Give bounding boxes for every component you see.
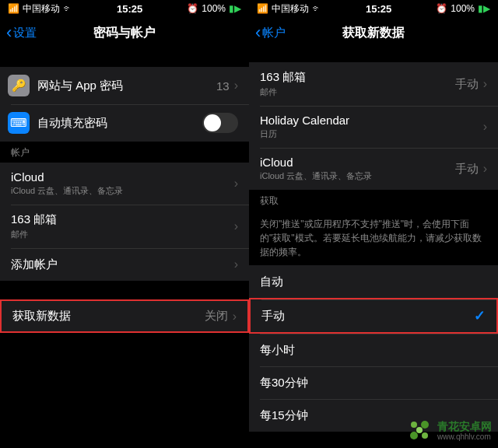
chevron-left-icon: ‹ (6, 24, 12, 41)
status-bar: 📶 中国移动 ᯤ 15:25 ⏰ 100% ▮▶ (249, 0, 498, 17)
cell-label: iCloud (260, 156, 455, 169)
chevron-right-icon: › (483, 162, 487, 176)
phone-right: 📶 中国移动 ᯤ 15:25 ⏰ 100% ▮▶ ‹ 帐户 获取新数据 163 … (249, 0, 498, 448)
fetch-option-hourly[interactable]: 每小时 (249, 334, 498, 366)
cell-label: 163 邮箱 (11, 212, 234, 227)
chevron-right-icon: › (234, 257, 238, 271)
back-label: 帐户 (262, 26, 286, 40)
chevron-right-icon: › (483, 120, 487, 134)
clock: 15:25 (117, 3, 142, 15)
add-account-row[interactable]: 添加帐户 › (0, 248, 249, 281)
carrier-label: 中国移动 (23, 2, 60, 16)
svg-point-2 (410, 432, 418, 439)
alarm-icon: ⏰ (436, 3, 447, 14)
chevron-right-icon: › (234, 219, 238, 233)
account-icloud-row[interactable]: iCloud iCloud 云盘、通讯录、备忘录 手动 › (249, 148, 498, 190)
account-163-row[interactable]: 163 邮箱 邮件 › (0, 205, 249, 248)
battery-percent: 100% (451, 3, 475, 14)
account-holiday-row[interactable]: Holiday Calendar 日历 › (249, 106, 498, 148)
chevron-right-icon: › (234, 79, 238, 93)
cell-label: 自动 (260, 275, 487, 289)
checkmark-icon: ✓ (474, 307, 486, 324)
nav-bar: ‹ 设置 密码与帐户 (0, 17, 249, 48)
cell-sublabel: iCloud 云盘、通讯录、备忘录 (11, 185, 234, 197)
cell-label: 手动 (261, 309, 474, 324)
cell-label: 每30分钟 (260, 376, 487, 390)
logo-icon (408, 418, 433, 443)
cell-sublabel: iCloud 云盘、通讯录、备忘录 (260, 170, 455, 182)
fetch-footer: 关闭"推送"或应用程序不支持"推送"时，会使用下面的"获取"模式。若要延长电池续… (249, 211, 498, 265)
cell-sublabel: 邮件 (260, 86, 455, 98)
cell-label: 每小时 (260, 343, 487, 358)
mode-value: 手动 (455, 162, 479, 177)
cell-label: 163 邮箱 (260, 70, 455, 85)
watermark: 青花安卓网 www.qhhlv.com (408, 418, 492, 443)
clock: 15:25 (366, 3, 391, 15)
phone-left: 📶 中国移动 ᯤ 15:25 ⏰ 100% ▮▶ ‹ 设置 密码与帐户 🔑 网站… (0, 0, 249, 448)
account-163-row[interactable]: 163 邮箱 邮件 手动 › (249, 62, 498, 106)
cell-label: 自动填充密码 (37, 116, 202, 131)
nav-bar: ‹ 帐户 获取新数据 (249, 17, 498, 48)
fetch-option-auto[interactable]: 自动 (249, 265, 498, 298)
autofill-passwords-row[interactable]: ⌨ 自动填充密码 (0, 104, 249, 142)
key-icon: 🔑 (8, 75, 30, 96)
fetch-option-manual[interactable]: 手动 ✓ (249, 298, 498, 334)
autofill-toggle[interactable] (202, 113, 238, 133)
back-button[interactable]: ‹ 帐户 (255, 24, 286, 41)
password-count: 13 (216, 79, 230, 93)
signal-icon: 📶 (8, 3, 19, 14)
svg-point-1 (421, 421, 429, 429)
page-title: 获取新数据 (342, 25, 405, 41)
mode-value: 手动 (455, 77, 479, 92)
page-title: 密码与帐户 (93, 25, 156, 41)
cell-label: 获取新数据 (12, 309, 205, 324)
chevron-right-icon: › (483, 77, 487, 91)
battery-icon: ▮▶ (478, 3, 490, 14)
fetch-option-30min[interactable]: 每30分钟 (249, 366, 498, 399)
cell-label: 网站与 App 密码 (37, 79, 216, 93)
accounts-header: 帐户 (0, 142, 249, 163)
watermark-url: www.qhhlv.com (437, 432, 492, 441)
alarm-icon: ⏰ (187, 3, 198, 14)
carrier-label: 中国移动 (272, 2, 309, 16)
battery-percent: 100% (202, 3, 226, 14)
back-label: 设置 (13, 26, 37, 40)
signal-icon: 📶 (257, 3, 268, 14)
chevron-right-icon: › (234, 177, 238, 191)
cell-label: 添加帐户 (11, 257, 234, 272)
account-icloud-row[interactable]: iCloud iCloud 云盘、通讯录、备忘录 › (0, 163, 249, 205)
website-app-passwords-row[interactable]: 🔑 网站与 App 密码 13 › (0, 67, 249, 104)
back-button[interactable]: ‹ 设置 (6, 24, 37, 41)
cell-sublabel: 日历 (260, 128, 483, 140)
fetch-new-data-row[interactable]: 获取新数据 关闭 › (0, 299, 249, 333)
cell-sublabel: 邮件 (11, 229, 234, 240)
fetch-header: 获取 (249, 190, 498, 211)
svg-point-3 (422, 432, 428, 439)
svg-point-0 (411, 422, 417, 428)
cell-label: Holiday Calendar (260, 114, 483, 127)
watermark-brand: 青花安卓网 (437, 421, 492, 432)
wifi-icon: ᯤ (63, 3, 72, 14)
svg-point-4 (416, 427, 423, 433)
keyboard-icon: ⌨ (8, 112, 30, 134)
battery-icon: ▮▶ (229, 3, 241, 14)
wifi-icon: ᯤ (312, 3, 321, 14)
chevron-right-icon: › (233, 310, 237, 324)
fetch-value: 关闭 (205, 309, 228, 324)
chevron-left-icon: ‹ (255, 24, 261, 41)
status-bar: 📶 中国移动 ᯤ 15:25 ⏰ 100% ▮▶ (0, 0, 249, 17)
cell-label: iCloud (11, 170, 234, 184)
